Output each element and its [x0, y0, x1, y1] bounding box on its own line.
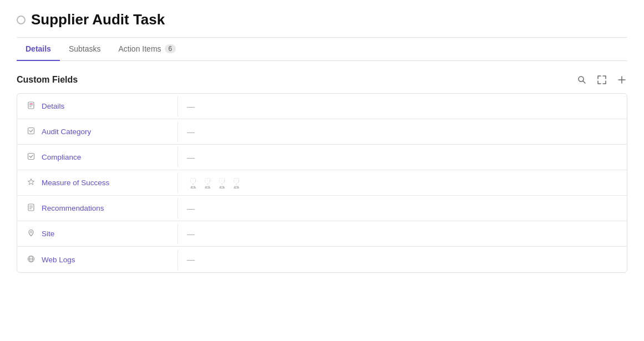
- field-value-audit-category[interactable]: —: [178, 122, 627, 142]
- field-icon-audit-category: [26, 127, 36, 136]
- page-title: Supplier Audit Task: [31, 11, 165, 28]
- field-value-recommendations[interactable]: —: [178, 199, 627, 218]
- field-label-site: Site: [42, 230, 54, 238]
- section-header: Custom Fields: [17, 74, 627, 85]
- field-icon-measure-of-success: [26, 178, 36, 187]
- trophy-3: 🏆: [216, 177, 228, 189]
- field-icon-recommendations: [26, 203, 36, 213]
- section-actions: [576, 74, 627, 85]
- search-button[interactable]: [576, 74, 587, 85]
- table-row[interactable]: Compliance —: [17, 145, 627, 170]
- plus-icon: [617, 75, 626, 84]
- field-value-site[interactable]: —: [178, 224, 627, 244]
- action-items-badge: 6: [165, 44, 176, 53]
- svg-rect-9: [28, 154, 34, 160]
- svg-rect-5: [29, 104, 33, 104]
- add-field-button[interactable]: [616, 74, 627, 85]
- field-label-details: Details: [42, 102, 64, 110]
- svg-rect-8: [28, 128, 34, 134]
- table-row[interactable]: Site —: [17, 221, 627, 247]
- field-label-recommendations: Recommendations: [42, 204, 104, 212]
- title-row: Supplier Audit Task: [17, 11, 627, 28]
- table-row[interactable]: Measure of Success 🏆 🏆 🏆 🏆: [17, 170, 627, 196]
- search-icon: [577, 75, 586, 84]
- field-value-compliance[interactable]: —: [178, 147, 627, 167]
- field-icon-details: [26, 101, 36, 111]
- svg-line-1: [583, 81, 585, 83]
- field-value-details[interactable]: —: [178, 96, 627, 116]
- trophy-1: 🏆: [187, 177, 199, 189]
- section-title: Custom Fields: [17, 75, 78, 85]
- field-label-measure-of-success: Measure of Success: [42, 179, 109, 187]
- tabs-container: Details Subtasks Action Items 6: [17, 38, 627, 61]
- fields-table: Details — Audit Category —: [17, 93, 627, 273]
- svg-rect-14: [29, 208, 32, 209]
- expand-icon: [597, 75, 606, 84]
- svg-rect-7: [29, 106, 32, 107]
- tab-action-items[interactable]: Action Items 6: [110, 38, 185, 61]
- page-container: Supplier Audit Task Details Subtasks Act…: [0, 0, 644, 341]
- svg-rect-13: [29, 207, 33, 208]
- trophy-2: 🏆: [201, 177, 214, 189]
- tab-subtasks[interactable]: Subtasks: [60, 38, 110, 61]
- task-status-circle[interactable]: [17, 16, 26, 24]
- svg-rect-12: [29, 206, 33, 206]
- table-row[interactable]: Recommendations —: [17, 196, 627, 221]
- field-value-web-logs[interactable]: —: [178, 250, 627, 269]
- trophy-icons: 🏆 🏆 🏆 🏆: [187, 177, 618, 189]
- table-row[interactable]: Audit Category —: [17, 119, 627, 145]
- field-icon-web-logs: [26, 255, 36, 264]
- svg-point-15: [31, 231, 32, 233]
- field-value-measure-of-success[interactable]: 🏆 🏆 🏆 🏆: [178, 171, 627, 195]
- field-label-web-logs: Web Logs: [42, 256, 75, 264]
- field-label-audit-category: Audit Category: [42, 128, 91, 136]
- svg-rect-6: [29, 105, 33, 106]
- svg-marker-10: [28, 179, 34, 185]
- field-icon-site: [26, 229, 36, 238]
- trophy-4: 🏆: [230, 177, 242, 189]
- table-row[interactable]: Web Logs —: [17, 247, 627, 272]
- field-icon-compliance: [26, 152, 36, 162]
- expand-button[interactable]: [596, 74, 607, 85]
- table-row[interactable]: Details —: [17, 94, 627, 119]
- field-label-compliance: Compliance: [42, 153, 81, 161]
- tab-details[interactable]: Details: [17, 38, 60, 61]
